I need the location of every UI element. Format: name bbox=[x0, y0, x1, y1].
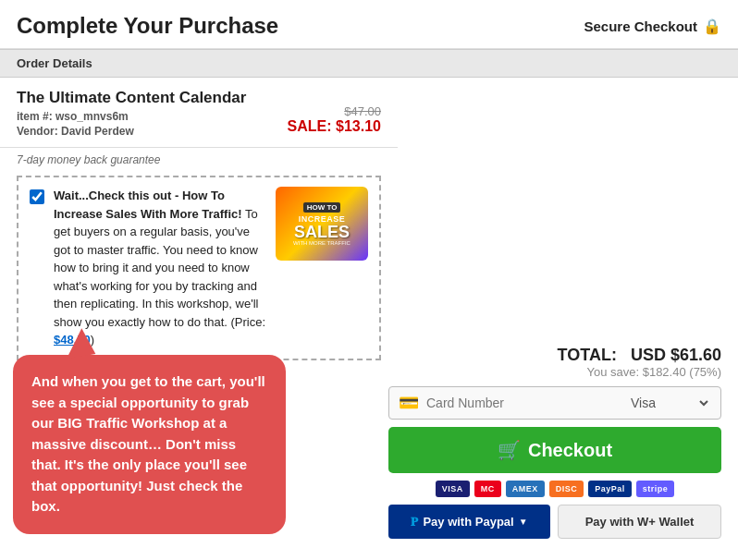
main-content: The Ultimate Content Calendar item #: ws… bbox=[0, 78, 738, 360]
callout-text: And when you get to the cart, you'll see… bbox=[31, 373, 265, 514]
total-label: TOTAL: bbox=[558, 346, 617, 364]
item-number-value: wso_mnvs6m bbox=[55, 110, 129, 123]
upsell-img-sub: WITH MORE TRAFFIC bbox=[293, 240, 351, 246]
sale-label: SALE: bbox=[288, 118, 332, 134]
discover-logo: DISC bbox=[549, 481, 584, 497]
order-details-bar: Order Details bbox=[0, 49, 738, 78]
upsell-text: Wait...Check this out - How To Increase … bbox=[54, 187, 266, 349]
card-input-row[interactable]: 💳 Visa Mastercard Amex bbox=[388, 386, 721, 420]
upsell-img-increase: INCREASE bbox=[299, 214, 346, 224]
paypal-btn-label: Pay with Paypal bbox=[423, 515, 513, 529]
payment-logos: VISA MC AMEX DISC PayPal stripe bbox=[388, 481, 721, 497]
upsell-product-image: HOW TO INCREASE SALES WITH MORE TRAFFIC bbox=[276, 187, 368, 261]
content-left: The Ultimate Content Calendar item #: ws… bbox=[0, 78, 398, 360]
money-back-guarantee: 7-day money back guarantee bbox=[0, 148, 398, 170]
bottom-buttons: 𝐏 Pay with Paypal ▼ Pay with W+ Wallet bbox=[388, 505, 721, 539]
card-number-input[interactable] bbox=[426, 396, 627, 410]
credit-card-icon: 💳 bbox=[399, 393, 419, 413]
lock-icon: 🔒 bbox=[703, 18, 721, 35]
savings-line: You save: $182.40 (75%) bbox=[388, 365, 721, 379]
right-panel: TOTAL: USD $61.60 You save: $182.40 (75%… bbox=[388, 346, 721, 539]
savings-label: You save: bbox=[586, 365, 639, 379]
secure-checkout-text: Secure Checkout bbox=[584, 18, 697, 34]
upsell-headline: Wait...Check this out - How To Increase … bbox=[54, 189, 242, 221]
secure-checkout-label: Secure Checkout 🔒 bbox=[584, 18, 721, 35]
total-section: TOTAL: USD $61.60 You save: $182.40 (75%… bbox=[388, 346, 721, 379]
price-area: $47.00 SALE: $13.10 bbox=[288, 104, 381, 135]
vendor-label: Vendor: bbox=[17, 125, 58, 138]
mastercard-logo: MC bbox=[474, 481, 501, 497]
product-section: The Ultimate Content Calendar item #: ws… bbox=[0, 78, 398, 148]
savings-amount: $182.40 bbox=[643, 365, 686, 379]
savings-pct: 75% bbox=[694, 365, 718, 379]
upsell-img-how: HOW TO bbox=[303, 202, 341, 213]
paypal-icon: 𝐏 bbox=[411, 515, 418, 530]
order-details-label: Order Details bbox=[17, 56, 92, 70]
amex-logo: AMEX bbox=[506, 481, 545, 497]
checkout-button[interactable]: 🛒 Checkout bbox=[388, 427, 721, 473]
cart-icon: 🛒 bbox=[498, 439, 521, 461]
total-amount: $61.60 bbox=[670, 346, 721, 364]
original-price: $47.00 bbox=[288, 104, 381, 118]
wallet-btn-label: Pay with W+ Wallet bbox=[585, 515, 695, 529]
wallet-button[interactable]: Pay with W+ Wallet bbox=[558, 505, 721, 539]
callout-bubble: And when you get to the cart, you'll see… bbox=[13, 355, 286, 534]
paypal-button[interactable]: 𝐏 Pay with Paypal ▼ bbox=[388, 505, 550, 539]
upsell-body: To get buyers on a regular basis, you've… bbox=[54, 207, 265, 329]
page-header: Complete Your Purchase Secure Checkout 🔒 bbox=[0, 0, 738, 49]
upsell-img-sales: SALES bbox=[294, 224, 350, 240]
total-currency: USD bbox=[631, 346, 666, 364]
card-type-select[interactable]: Visa Mastercard Amex bbox=[627, 395, 711, 411]
stripe-logo: stripe bbox=[636, 481, 675, 497]
sale-price: SALE: $13.10 bbox=[288, 118, 381, 135]
dropdown-arrow-icon: ▼ bbox=[519, 517, 528, 527]
checkout-btn-label: Checkout bbox=[528, 440, 612, 461]
vendor-name: David Perdew bbox=[61, 125, 134, 138]
total-line: TOTAL: USD $61.60 bbox=[388, 346, 721, 365]
sale-price-value: $13.10 bbox=[336, 118, 381, 134]
page-title: Complete Your Purchase bbox=[17, 13, 278, 39]
paypal-logo: PayPal bbox=[588, 481, 632, 497]
visa-logo: VISA bbox=[436, 481, 470, 497]
item-label: item #: bbox=[17, 110, 53, 123]
upsell-checkbox[interactable] bbox=[30, 189, 44, 204]
